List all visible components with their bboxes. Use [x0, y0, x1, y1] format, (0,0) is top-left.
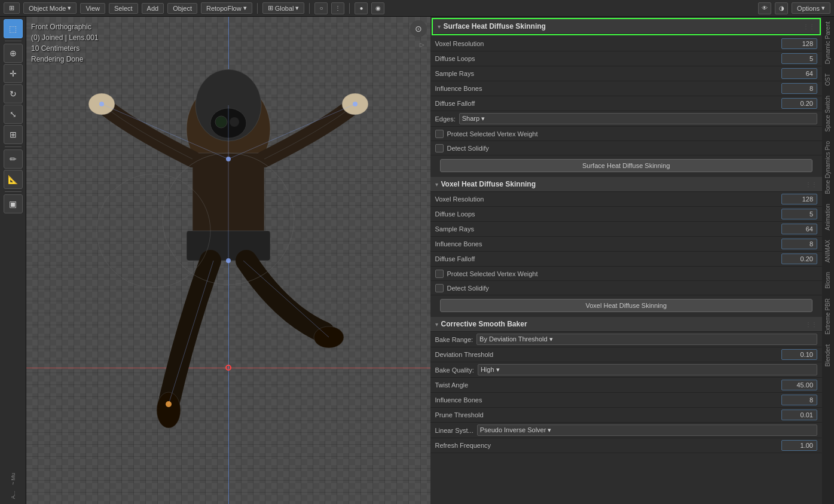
- bake-range-row: Bake Range: By Deviation Threshold ▾: [430, 332, 823, 347]
- bake-range-select[interactable]: By Deviation Threshold ▾: [476, 334, 817, 345]
- bake-quality-select[interactable]: High ▾: [478, 364, 817, 375]
- side-tab-extreme-pbr[interactable]: Extreme PBR: [823, 294, 834, 340]
- render-btn[interactable]: ●: [355, 2, 368, 14]
- surface-protect-weight-label: Protect Selected Vertex Weight: [447, 130, 538, 138]
- voxel-protect-weight-checkbox[interactable]: [435, 270, 444, 278]
- voxel-voxel-res-value[interactable]: 128: [781, 194, 817, 204]
- surface-sample-rays-value[interactable]: 64: [781, 68, 817, 79]
- voxel-voxel-res-label: Voxel Resolution: [435, 196, 782, 203]
- voxel-detect-solidify-checkbox[interactable]: [435, 284, 444, 292]
- viewport[interactable]: Front Orthographic (0) Joined | Lens.001…: [26, 17, 430, 504]
- surface-diffuse-loops-value[interactable]: 5: [781, 53, 817, 64]
- scale-tool-btn[interactable]: ⤡: [4, 105, 23, 124]
- proportional-edit-btn[interactable]: ○: [314, 2, 328, 14]
- snap-btn[interactable]: ⋮: [331, 2, 344, 14]
- prune-threshold-label: Prune Threshold: [435, 411, 782, 419]
- side-tab-blosm[interactable]: Blosm: [823, 267, 834, 294]
- voxel-protect-weight-row: Protect Selected Vertex Weight: [430, 267, 823, 281]
- linear-system-select[interactable]: Pseudo Inverse Solver ▾: [477, 424, 817, 436]
- rotate-tool-btn[interactable]: ↻: [4, 84, 23, 103]
- voxel-sample-rays-value[interactable]: 64: [781, 224, 817, 234]
- refresh-frequency-row: Refresh Frequency 1.00: [430, 438, 823, 453]
- cursor-tool-btn[interactable]: ⊕: [4, 44, 23, 63]
- sep1: [257, 3, 258, 14]
- voxel-heat-header[interactable]: ▾ Voxel Heat Diffuse Skinning ⋮⋮: [430, 177, 823, 192]
- voxel-influence-bones-row: Influence Bones 8: [430, 237, 823, 252]
- surface-diffuse-falloff-label: Diffuse Falloff: [435, 100, 782, 107]
- svg-line-17: [243, 261, 329, 337]
- add-cube-btn[interactable]: ▣: [4, 194, 23, 213]
- surface-voxel-res-value[interactable]: 128: [781, 38, 817, 49]
- overlay-icon-btn[interactable]: 👁: [758, 2, 771, 14]
- transform-dropdown-icon: ▾: [295, 4, 299, 12]
- surface-protect-weight-checkbox[interactable]: [435, 130, 444, 138]
- surface-heat-header[interactable]: ▾ Surface Heat Diffuse Skinning ⋮⋮: [433, 19, 820, 34]
- transform-global-btn[interactable]: ⊞ Global ▾: [262, 2, 305, 14]
- side-tab-animax[interactable]: ANIMAX: [823, 235, 834, 267]
- retopoflow-menu[interactable]: RetopoFlow ▾: [201, 2, 252, 14]
- viewport-sphere-widget[interactable]: ⊙: [410, 20, 427, 37]
- side-tab-space-switch[interactable]: Space Switch: [823, 91, 834, 137]
- sep2: [309, 3, 310, 14]
- side-tab-dynamic-parent[interactable]: Dynamic Parent: [823, 17, 834, 69]
- corrective-smooth-arrow: ▾: [435, 321, 438, 328]
- svg-point-9: [215, 116, 227, 128]
- select-tool-btn[interactable]: ⬚: [4, 19, 23, 38]
- twist-angle-label: Twist Angle: [435, 381, 782, 389]
- surface-edges-row: Edges: Sharp ▾: [430, 111, 823, 127]
- side-tab-ost[interactable]: OST: [823, 69, 834, 91]
- viewport-scale: 10 Centimeters: [31, 43, 99, 54]
- shading-btn[interactable]: ◑: [775, 2, 788, 14]
- surface-influence-bones-value[interactable]: 8: [781, 83, 817, 94]
- top-toolbar: ⊞ Object Mode ▾ View Select Add Object R…: [0, 0, 834, 17]
- deviation-threshold-value[interactable]: 0.10: [781, 349, 817, 360]
- prune-threshold-row: Prune Threshold 0.01: [430, 408, 823, 423]
- viewport-subtitle: (0) Joined | Lens.001: [31, 32, 99, 43]
- annotate-tool-btn[interactable]: ✏: [4, 149, 23, 169]
- view-menu[interactable]: View: [80, 3, 105, 14]
- refresh-frequency-value[interactable]: 1.00: [781, 440, 817, 451]
- voxel-diffuse-loops-value[interactable]: 5: [781, 209, 817, 219]
- voxel-influence-bones-value[interactable]: 8: [781, 239, 817, 249]
- expand-icon[interactable]: ▷: [417, 39, 427, 49]
- svg-point-21: [353, 102, 358, 106]
- mode-selector[interactable]: Object Mode ▾: [23, 2, 77, 14]
- bake-range-label: Bake Range:: [435, 336, 473, 343]
- corrective-influence-bones-row: Influence Bones 8: [430, 393, 823, 408]
- surface-detect-solidify-checkbox[interactable]: [435, 144, 444, 152]
- corrective-influence-bones-value[interactable]: 8: [781, 395, 817, 405]
- surface-action-btn[interactable]: Surface Heat Diffuse Skinning: [440, 159, 813, 172]
- svg-point-10: [230, 117, 239, 127]
- surface-edges-label: Edges:: [435, 115, 456, 123]
- object-menu[interactable]: Object: [167, 3, 197, 14]
- surface-heat-dots: ⋮⋮: [803, 23, 815, 30]
- bake-quality-label: Bake Quality:: [435, 366, 474, 374]
- corrective-influence-bones-label: Influence Bones: [435, 396, 782, 404]
- select-menu[interactable]: Select: [109, 3, 138, 14]
- corrective-smooth-header[interactable]: ▾ Corrective Smooth Baker ⋮⋮: [430, 317, 823, 332]
- editor-type-btn[interactable]: ⊞: [4, 2, 20, 14]
- viewport-title: Front Orthographic: [31, 22, 99, 32]
- move-tool-btn[interactable]: ✛: [4, 64, 23, 83]
- render-preview-btn[interactable]: ◉: [371, 2, 384, 14]
- voxel-action-btn[interactable]: Voxel Heat Diffuse Skinning: [440, 299, 813, 312]
- side-tab-bone-dynamics[interactable]: Bone Dynamics Pro: [823, 136, 834, 198]
- prune-threshold-value[interactable]: 0.01: [781, 410, 817, 420]
- voxel-heat-title: Voxel Heat Diffuse Skinning: [441, 180, 536, 188]
- surface-edges-select[interactable]: Sharp ▾: [459, 113, 817, 124]
- side-tab-blendert[interactable]: Blendert: [823, 340, 834, 371]
- voxel-protect-weight-label: Protect Selected Vertex Weight: [447, 270, 538, 277]
- voxel-diffuse-loops-row: Diffuse Loops 5: [430, 207, 823, 222]
- mode-label: Object Mode: [29, 5, 66, 12]
- surface-heat-section-highlight: ▾ Surface Heat Diffuse Skinning ⋮⋮: [432, 18, 821, 35]
- deviation-threshold-row: Deviation Threshold 0.10: [430, 347, 823, 362]
- options-btn[interactable]: Options ▾: [792, 2, 830, 14]
- measure-tool-btn[interactable]: 📐: [4, 170, 23, 189]
- twist-angle-row: Twist Angle 45.00: [430, 378, 823, 393]
- surface-diffuse-falloff-value[interactable]: 0.20: [781, 98, 817, 109]
- voxel-diffuse-falloff-value[interactable]: 0.20: [781, 253, 817, 264]
- transform-tool-btn[interactable]: ⊞: [4, 125, 23, 144]
- side-tab-animation[interactable]: Animation: [823, 199, 834, 235]
- add-menu[interactable]: Add: [142, 3, 164, 14]
- twist-angle-value[interactable]: 45.00: [781, 380, 817, 390]
